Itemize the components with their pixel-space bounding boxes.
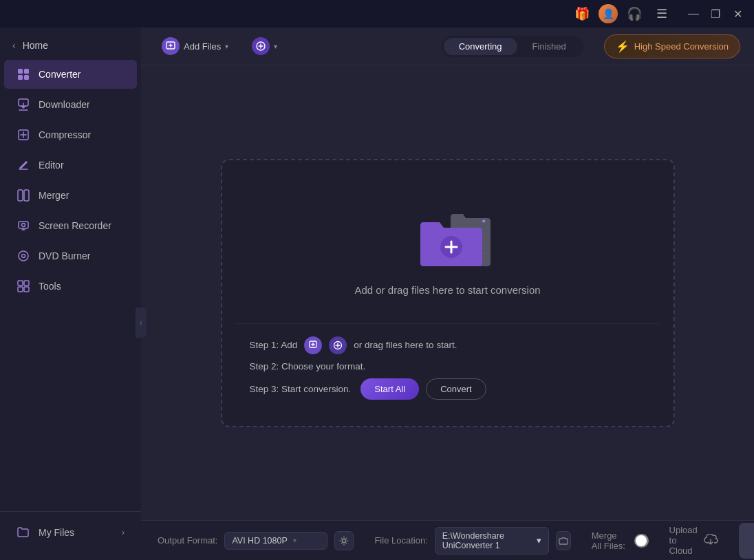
sidebar-item-converter[interactable]: Converter (4, 60, 137, 89)
svg-rect-18 (18, 287, 23, 292)
headset-icon[interactable]: 🎧 (623, 3, 645, 25)
browse-folder-button[interactable] (556, 531, 571, 550)
file-location-label: File Location: (374, 535, 427, 546)
step2-row: Step 2: Choose your format. (250, 361, 646, 371)
svg-point-11 (22, 224, 25, 227)
step1-file-icon[interactable] (304, 336, 322, 354)
add-files-dropdown-icon[interactable]: ▾ (225, 43, 228, 50)
start-all-button[interactable]: Start All (360, 378, 419, 400)
tools-label: Tools (39, 281, 61, 292)
add-files-button[interactable]: Add Files ▾ (155, 33, 235, 59)
step1-url-icon[interactable] (329, 336, 347, 354)
tools-icon (17, 279, 30, 293)
output-format-select[interactable]: AVI HD 1080P ▾ (224, 532, 327, 550)
merge-all-label: Merge All Files: (592, 530, 627, 551)
location-dropdown-icon: ▾ (537, 535, 541, 546)
step1-row: Step 1: Add (250, 336, 646, 354)
lightning-icon: ⚡ (616, 40, 629, 53)
output-format-label: Output Format: (158, 535, 217, 546)
gift-icon[interactable]: 🎁 (571, 3, 593, 25)
drop-zone-text: Add or drag files here to start conversi… (354, 284, 540, 296)
steps-area: Step 1: Add (236, 324, 660, 412)
folder-illustration: ✦ ✦ · (407, 202, 489, 270)
sidebar-item-editor[interactable]: Editor (4, 151, 137, 180)
svg-rect-1 (24, 69, 29, 74)
main-content-area: Add Files ▾ ▾ Converting Finished (141, 28, 754, 560)
sidebar-item-merger[interactable]: Merger (4, 181, 137, 210)
file-drop-area[interactable]: ✦ ✦ · Add or drag files here to start co… (236, 174, 660, 324)
sidebar-item-my-files[interactable]: My Files › (4, 519, 137, 546)
add-folder-icon (252, 37, 270, 55)
my-files-label: My Files (39, 527, 74, 538)
titlebar-controls: 🎁 👤 🎧 ☰ — ❐ ✕ (571, 3, 747, 25)
user-avatar[interactable]: 👤 (599, 4, 618, 23)
format-settings-icon[interactable] (334, 531, 354, 550)
close-button[interactable]: ✕ (728, 4, 747, 23)
file-location-value: E:\Wondershare UniConverter 1 (442, 531, 532, 550)
file-location-select[interactable]: E:\Wondershare UniConverter 1 ▾ (435, 527, 550, 554)
merger-label: Merger (39, 190, 69, 201)
sidebar-item-dvd-burner[interactable]: DVD Burner (4, 241, 137, 270)
convert-button[interactable]: Convert (426, 378, 486, 400)
upload-to-cloud-field: Upload to Cloud (669, 525, 718, 556)
svg-point-28 (343, 539, 346, 542)
step2-label: Step 2: Choose your format. (250, 361, 366, 371)
svg-rect-0 (18, 69, 23, 74)
svg-text:✦: ✦ (481, 217, 486, 225)
step1-label: Step 1: Add (250, 340, 298, 350)
merger-icon (17, 189, 30, 202)
svg-rect-19 (24, 287, 29, 292)
format-dropdown-icon: ▾ (293, 537, 297, 544)
my-files-icon (17, 526, 30, 539)
sidebar-item-compressor[interactable]: Compressor (4, 120, 137, 149)
tab-converting[interactable]: Converting (444, 38, 517, 55)
sidebar-item-tools[interactable]: Tools (4, 272, 137, 301)
menu-icon[interactable]: ☰ (651, 3, 673, 25)
add-folder-dropdown-icon[interactable]: ▾ (274, 43, 277, 50)
bottom-bar: Output Format: AVI HD 1080P ▾ File Locat… (141, 520, 754, 560)
svg-rect-2 (18, 75, 23, 80)
restore-button[interactable]: ❐ (706, 4, 725, 23)
screen-recorder-label: Screen Recorder (39, 220, 111, 231)
downloader-icon (17, 98, 30, 111)
file-location-field: File Location: E:\Wondershare UniConvert… (374, 527, 570, 554)
converter-label: Converter (39, 69, 80, 80)
sidebar-collapse-button[interactable]: ‹ (136, 308, 147, 338)
editor-icon (17, 158, 30, 172)
add-folder-button[interactable]: ▾ (245, 33, 284, 59)
drop-zone[interactable]: ✦ ✦ · Add or drag files here to start co… (221, 159, 675, 427)
minimize-button[interactable]: — (684, 4, 703, 23)
svg-text:·: · (484, 250, 485, 257)
collapse-icon: ‹ (140, 318, 142, 327)
dvd-burner-icon (17, 249, 30, 263)
step1-drag-text: or drag files here to start. (354, 340, 457, 350)
editor-label: Editor (39, 160, 64, 171)
bottom-start-all-button[interactable]: Start All (739, 523, 754, 559)
dvd-burner-label: DVD Burner (39, 250, 90, 261)
step3-label: Step 3: Start conversion. (250, 384, 352, 394)
tab-switcher: Converting Finished (442, 36, 583, 57)
my-files-chevron-icon: › (122, 528, 125, 537)
downloader-label: Downloader (39, 99, 90, 110)
sidebar-footer: My Files › (0, 511, 141, 553)
svg-rect-3 (24, 75, 29, 80)
step3-row: Step 3: Start conversion. Start All Conv… (250, 378, 646, 400)
chevron-left-icon: ‹ (12, 40, 16, 51)
sidebar-item-screen-recorder[interactable]: Screen Recorder (4, 211, 137, 240)
sidebar: ‹ Home Converter (0, 28, 141, 560)
svg-rect-8 (18, 190, 23, 201)
converter-workspace: ✦ ✦ · Add or drag files here to start co… (141, 65, 754, 520)
titlebar: 🎁 👤 🎧 ☰ — ❐ ✕ (0, 0, 754, 28)
merge-all-toggle[interactable] (634, 534, 649, 548)
svg-point-14 (19, 251, 28, 261)
cloud-icon (703, 534, 718, 548)
output-format-field: Output Format: AVI HD 1080P ▾ (158, 531, 354, 550)
add-files-icon (162, 37, 180, 55)
high-speed-button[interactable]: ⚡ High Speed Conversion (604, 34, 740, 58)
svg-rect-9 (24, 190, 29, 201)
sidebar-item-home[interactable]: ‹ Home (0, 34, 141, 56)
sidebar-item-downloader[interactable]: Downloader (4, 90, 137, 119)
output-format-value: AVI HD 1080P (232, 536, 287, 546)
svg-rect-17 (24, 281, 29, 286)
tab-finished[interactable]: Finished (517, 38, 581, 55)
